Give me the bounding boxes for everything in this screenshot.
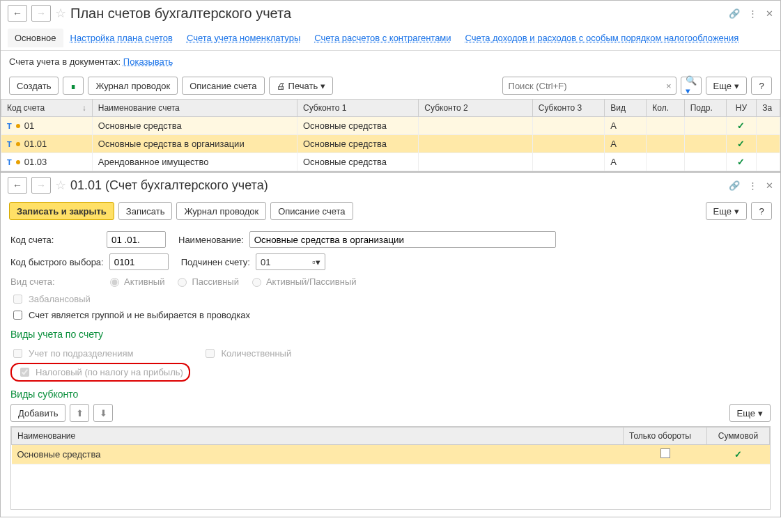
back-button[interactable]: ← [8,5,27,22]
search-box[interactable]: × [502,77,676,95]
fastcode-label: Код быстрого выбора: [10,257,104,267]
radio-both[interactable]: Активный/Пассивный [249,276,357,287]
table-row[interactable]: Основные средства ✓ [12,445,770,464]
sk-col-name[interactable]: Наименование [12,428,624,445]
radio-active[interactable]: Активный [107,276,164,287]
search-clear-icon[interactable]: × [666,81,672,91]
move-up-button[interactable]: ⬆ [70,404,89,422]
detail-close-icon[interactable]: ✕ [766,180,773,191]
tab-settings[interactable]: Настройка плана счетов [63,29,180,47]
detail-link-icon[interactable]: 🔗 [729,180,740,191]
kebab-icon[interactable]: ⋮ [748,8,757,19]
move-down-button[interactable]: ⬇ [93,404,113,422]
help-button[interactable]: ? [751,77,772,95]
detail-back-button[interactable]: ← [8,177,27,194]
subline-link[interactable]: Показывать [123,56,173,67]
col-sub1[interactable]: Субконто 1 [297,100,418,117]
turnover-checkbox[interactable] [660,448,670,458]
name-input[interactable] [249,231,556,248]
highlight-tax-checkbox: Налоговый (по налогу на прибыль) [10,363,190,382]
parent-label: Подчинен счету: [181,257,250,267]
col-sub3[interactable]: Субконто 3 [532,100,605,117]
search-input[interactable] [507,80,666,92]
subline-label: Счета учета в документах: [9,56,121,67]
form-area: Код счета: Наименование: Код быстрого вы… [1,224,780,517]
vid-label: Вид счета: [10,276,101,287]
accounts-grid: Код счета↓ Наименование счета Субконто 1… [1,99,780,171]
tab-nomenclature[interactable]: Счета учета номенклатуры [180,29,307,47]
detail-forward-button[interactable]: → [31,177,51,194]
save-close-button[interactable]: Записать и закрыть [9,202,114,220]
journal-button[interactable]: Журнал проводок [88,77,178,95]
col-za[interactable]: За [757,100,780,117]
search-button[interactable]: 🔍 ▾ [681,77,702,95]
sort-icon: ↓ [82,103,86,113]
print-button[interactable]: 🖨 Печать ▾ [269,77,334,95]
code-input[interactable] [107,231,166,248]
tabbar: Основное Настройка плана счетов Счета уч… [1,26,780,51]
cb-group[interactable]: Счет является группой и не выбирается в … [10,308,771,322]
link-icon[interactable]: 🔗 [729,8,740,19]
add-button[interactable]: Добавить [10,404,65,422]
col-code[interactable]: Код счета↓ [1,100,93,117]
create-button[interactable]: Создать [9,77,59,95]
col-nu[interactable]: НУ [726,100,757,117]
chart-of-accounts-window: ← → ☆ План счетов бухгалтерского учета 🔗… [0,0,781,172]
cb-podr[interactable]: Учет по подразделениям [10,347,133,360]
page-title: План счетов бухгалтерского учета [70,6,725,22]
tab-contractors[interactable]: Счета расчетов с контрагентами [307,29,458,47]
description-button[interactable]: Описание счета [182,77,264,95]
col-sub2[interactable]: Субконто 2 [419,100,532,117]
fastcode-input[interactable] [109,253,169,270]
detail-titlebar: ← → ☆ 01.01 (Счет бухгалтерского учета) … [1,173,780,198]
detail-help-button[interactable]: ? [751,202,772,220]
table-row[interactable]: T 01.03 Арендованное имущество Основные … [1,153,780,171]
detail-title: 01.01 (Счет бухгалтерского учета) [70,178,725,193]
subkonto-more-button[interactable]: Еще ▾ [729,404,771,422]
tab-main[interactable]: Основное [8,29,63,47]
detail-description-button[interactable]: Описание счета [270,202,353,220]
sk-col-turnover[interactable]: Только обороты [624,428,707,445]
detail-journal-button[interactable]: Журнал проводок [176,202,266,220]
detail-kebab-icon[interactable]: ⋮ [748,180,757,191]
table-row[interactable]: T 01.01 Основные средства в организации … [1,135,780,153]
name-label: Наименование: [178,235,244,245]
code-label: Код счета: [10,235,101,245]
parent-select[interactable]: 01▫▾ [256,253,325,270]
col-podr[interactable]: Подр. [684,100,726,117]
detail-more-button[interactable]: Еще ▾ [706,202,747,220]
more-button[interactable]: Еще ▾ [706,77,747,95]
create-copy-button[interactable]: ∎ [63,77,84,95]
col-vid[interactable]: Вид [605,100,647,117]
forward-button[interactable]: → [31,5,51,22]
cb-offbalance[interactable]: Забалансовый [10,292,771,306]
col-kol[interactable]: Кол. [647,100,684,117]
detail-toolbar: Записать и закрыть Записать Журнал прово… [1,198,780,224]
close-icon[interactable]: ✕ [766,8,773,19]
sk-col-sum[interactable]: Суммовой [707,428,770,445]
account-detail-window: ← → ☆ 01.01 (Счет бухгалтерского учета) … [0,172,781,517]
subline: Счета учета в документах: Показывать [1,51,780,72]
save-button[interactable]: Записать [118,202,173,220]
radio-passive[interactable]: Пассивный [174,276,239,287]
favorite-star-icon[interactable]: ☆ [55,6,66,21]
subkonto-grid: Наименование Только обороты Суммовой Осн… [11,427,770,464]
col-name[interactable]: Наименование счета [92,100,297,117]
tab-income[interactable]: Счета доходов и расходов с особым порядк… [458,29,746,47]
section-subkonto: Виды субконто [10,389,771,400]
section-accounting-types: Виды учета по счету [10,329,771,340]
dropdown-icon: ▫▾ [312,257,320,267]
cb-tax[interactable]: Налоговый (по налогу на прибыль) [17,366,183,379]
cb-qty[interactable]: Количественный [203,347,291,360]
table-row[interactable]: T 01 Основные средства Основные средства… [1,117,780,135]
main-toolbar: Создать ∎ Журнал проводок Описание счета… [1,72,780,99]
detail-favorite-star-icon[interactable]: ☆ [55,178,66,193]
titlebar: ← → ☆ План счетов бухгалтерского учета 🔗… [1,1,780,26]
